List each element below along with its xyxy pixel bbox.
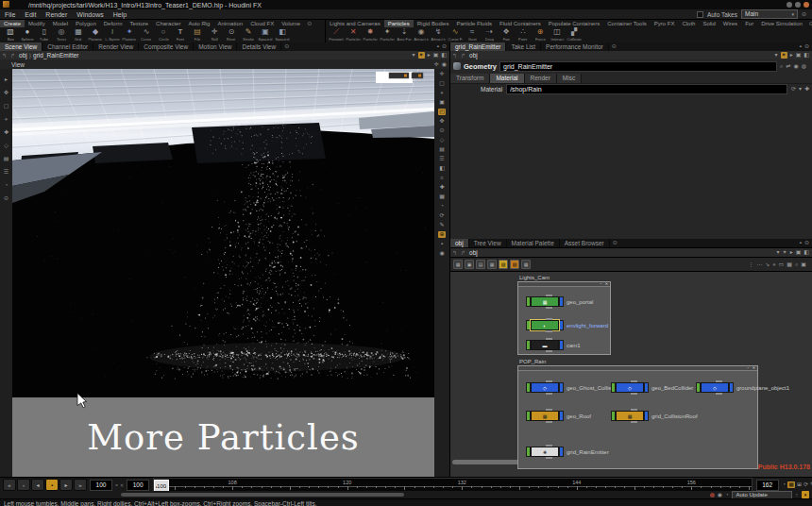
shelf-tool-curve[interactable]: ∿Curve <box>138 27 155 42</box>
shelf-tool-l-system[interactable]: ≀L-System <box>104 27 121 42</box>
dropdown-icon[interactable]: ▾ <box>413 52 415 59</box>
back-arrow-icon[interactable]: ↰ <box>452 52 457 59</box>
tab-obj[interactable]: obj <box>450 239 469 247</box>
shelf-tool-rivet[interactable]: ⊙Rivet <box>223 27 240 42</box>
shelf-tool-particles-f[interactable]: ✦Particles f <box>379 27 396 42</box>
tab-performance-monitor[interactable]: Performance Monitor <box>541 42 609 51</box>
node-display-flag[interactable] <box>559 382 564 393</box>
compare-icon[interactable]: ⇄ <box>786 63 790 70</box>
maximize-pane-icon[interactable]: ▪ <box>800 240 802 246</box>
shelf-tool-torus[interactable]: ◎Torus <box>53 27 70 42</box>
network-box-lights-cam[interactable]: Lights_Cam− ✕▦geo_portal◐envlight_forwar… <box>517 281 611 355</box>
node-grid-collisionroof[interactable]: ▦grid_CollisionRoof <box>611 412 698 420</box>
path-root[interactable]: obj <box>19 52 27 59</box>
material-field[interactable]: /shop/Rain <box>506 84 787 94</box>
node-geo-ghost-collision[interactable]: ◇geo_Ghost_Collision <box>526 383 618 392</box>
toolbar-icon[interactable]: ⌕ <box>795 261 798 268</box>
jump-start-button[interactable]: « <box>3 479 16 491</box>
shelf-tab-rigid-bodies[interactable]: Rigid Bodies <box>414 20 453 27</box>
viewport-tool-icon[interactable]: ⌖ <box>5 116 8 123</box>
pane-menu-icon[interactable]: ⊙ <box>804 43 809 50</box>
node-output-stub[interactable] <box>546 457 552 459</box>
shelf-tool-particles-f[interactable]: ✸Particles f <box>362 27 379 42</box>
tab-take-list[interactable]: Take List <box>506 42 541 51</box>
shelf-tab-particles[interactable]: Particles <box>384 20 414 27</box>
network-box-bar[interactable]: − ✕ <box>518 366 757 371</box>
tab-channel-editor[interactable]: Channel Editor <box>42 42 93 51</box>
parm-tab-transform[interactable]: Transform <box>450 74 490 83</box>
toolbar-icon[interactable]: ⋯ <box>756 261 762 268</box>
shelf-tool-drag[interactable]: ⇢Drag <box>481 27 498 42</box>
node-body[interactable]: ▬ <box>531 340 559 350</box>
dropdown-icon[interactable]: ▾ <box>799 86 802 93</box>
node-output-stub[interactable] <box>546 307 552 309</box>
node-body[interactable]: ▦ <box>616 411 644 421</box>
shelf-tab-lights-and-cameras[interactable]: Lights and Cameras <box>326 20 384 27</box>
shelf-tool-file[interactable]: ▤File <box>189 27 206 42</box>
tab-grid-rainemitter[interactable]: grid_RainEmitter <box>450 42 506 51</box>
shelf-tool-collision-d[interactable]: ▞Collision D <box>566 27 583 42</box>
shelf-tool-attract-to[interactable]: ↯Attract to <box>430 27 447 42</box>
record-icon[interactable] <box>710 493 715 498</box>
node-geo-portal[interactable]: ▦geo_portal <box>526 297 593 306</box>
world-icon[interactable]: ◍ <box>802 63 806 70</box>
shelf-tab-deform[interactable]: Deform <box>100 20 127 27</box>
shelf-tool-axis-force[interactable]: ⇣Axis Force <box>396 27 413 42</box>
network-display-icon[interactable]: ▦ <box>521 260 531 269</box>
shelf-tool-spacesh[interactable]: ▣Spacesh <box>257 27 274 42</box>
forward-arrow-icon[interactable]: ↱ <box>461 52 465 59</box>
pane-menu-icon[interactable]: ⊙ <box>442 43 447 50</box>
tab-asset-browser[interactable]: Asset Browser <box>560 239 610 247</box>
tab-render-view[interactable]: Render View <box>93 42 139 51</box>
shelf-tab-animation[interactable]: Animation <box>213 20 246 27</box>
node-cam1[interactable]: ▬cam1 <box>526 341 581 349</box>
shelf-tool-particles-f[interactable]: ✕Particles f <box>345 27 362 42</box>
shelf-tab-cloth[interactable]: Cloth <box>678 20 699 27</box>
dropdown-icon[interactable]: ▾ <box>775 52 778 59</box>
node-body[interactable]: ◇ <box>616 382 644 393</box>
close-button[interactable] <box>804 2 809 8</box>
shelf-tool-null[interactable]: ✛Null <box>206 27 223 42</box>
split-icon[interactable]: ◧ <box>441 52 447 59</box>
viewport-tool-icon[interactable]: ◰ <box>438 109 446 115</box>
pin-icon[interactable]: ✦ <box>781 52 787 59</box>
range-start-field[interactable]: 100 <box>127 480 149 491</box>
audio-icon[interactable]: ◉ <box>718 492 722 498</box>
shelf-tab-character[interactable]: Character <box>152 20 184 27</box>
viewport-tool-icon[interactable]: ▪ <box>441 241 443 247</box>
maximize-button[interactable] <box>795 2 801 8</box>
shelf-tool-platonic-s[interactable]: ✦Platonic S <box>121 27 138 42</box>
gear-icon[interactable]: ⊙ <box>612 42 617 51</box>
range-clear-icon[interactable]: ✕ <box>120 482 124 488</box>
flipbook-icon[interactable]: ▦ <box>787 481 795 488</box>
maximize-pane-icon[interactable]: ▪ <box>800 43 802 50</box>
viewport-tool-icon[interactable]: ⌗ <box>440 175 443 181</box>
node-display-flag[interactable] <box>559 340 564 350</box>
shelf-tool-attract-to[interactable]: ◉Attract to <box>413 27 430 42</box>
spinner-icon[interactable]: ↕ <box>796 492 799 498</box>
toolbar-icon[interactable]: ▣ <box>801 261 806 268</box>
tab-material-palette[interactable]: Material Palette <box>507 239 560 247</box>
shelf-tab-particle-fluids[interactable]: Particle Fluids <box>452 20 496 27</box>
node-body[interactable]: ▦ <box>531 411 559 421</box>
shelf-tool-box[interactable]: ▧Box <box>2 27 19 42</box>
node-display-flag[interactable] <box>559 411 564 421</box>
viewport-tool-icon[interactable]: ⌖ <box>440 90 443 96</box>
parm-tab-misc[interactable]: Misc <box>557 74 582 83</box>
layout-icon[interactable]: ▣ <box>433 52 439 59</box>
shelf-tab-polygon[interactable]: Polygon <box>72 20 100 27</box>
viewport-tool-icon[interactable]: ◇ <box>440 137 445 143</box>
viewport-tool-icon[interactable]: ▸ <box>5 76 8 83</box>
viewport-tool-icon[interactable]: ⊙ <box>439 127 444 134</box>
node-output-stub[interactable] <box>546 330 552 332</box>
update-mode-icon[interactable]: ▾ <box>802 491 809 498</box>
shelf-tool-stroke[interactable]: ✎Stroke <box>240 27 257 42</box>
shelf-tool-grid[interactable]: ▦Grid <box>70 27 87 42</box>
shelf-tab-volume[interactable]: Volume <box>278 20 304 27</box>
shelf-tab-drive-simulation[interactable]: Drive Simulation <box>757 20 806 27</box>
forward-arrow-icon[interactable]: ↱ <box>461 249 465 256</box>
shelf-tab-texture[interactable]: Texture <box>126 20 152 27</box>
node-grid-rainemitter[interactable]: ❋grid_RainEmitter <box>526 447 609 456</box>
minimize-button[interactable] <box>787 2 792 8</box>
scene-viewport[interactable]: View ✛◉ ▸✥▢⌖✚◇▤☰◔⊙ ✛▢⌖▣◰✥⊙◇▤☰◧⌗✚▦◔⟳✎⊕▪◉ … <box>0 59 449 477</box>
